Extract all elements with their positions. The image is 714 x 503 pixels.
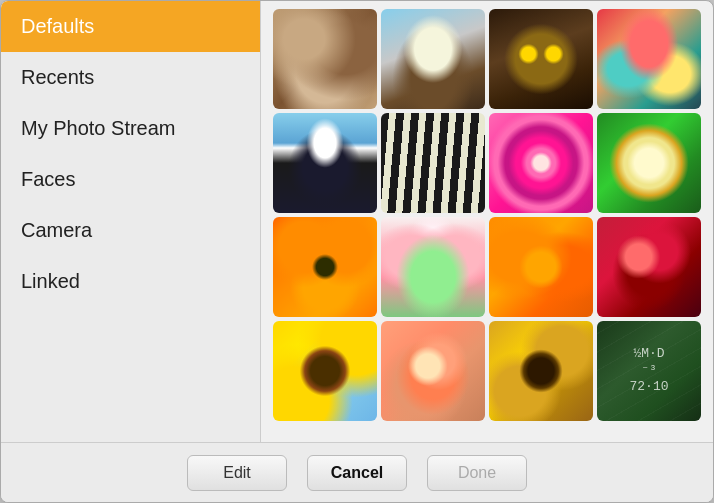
photo-thumbnail[interactable] [273,9,377,109]
photo-grid-container: ½M·D⁻³72·10 [261,1,713,442]
sidebar-item-my-photo-stream[interactable]: My Photo Stream [1,103,260,154]
sidebar-item-label: Recents [21,66,94,88]
photo-thumbnail[interactable] [273,321,377,421]
dialog-body: Defaults Recents My Photo Stream Faces C… [1,1,713,442]
sidebar-item-camera[interactable]: Camera [1,205,260,256]
photo-thumbnail[interactable] [489,9,593,109]
photo-thumbnail[interactable] [489,321,593,421]
edit-button[interactable]: Edit [187,455,287,491]
photo-thumbnail[interactable] [273,113,377,213]
photo-thumbnail[interactable] [597,9,701,109]
sidebar-item-recents[interactable]: Recents [1,52,260,103]
sidebar-item-faces[interactable]: Faces [1,154,260,205]
photo-thumbnail[interactable] [273,217,377,317]
sidebar-item-defaults[interactable]: Defaults [1,1,260,52]
photo-thumbnail[interactable] [381,217,485,317]
dialog-footer: Edit Cancel Done [1,442,713,502]
photo-thumbnail[interactable] [597,113,701,213]
dialog: Defaults Recents My Photo Stream Faces C… [0,0,714,503]
photo-thumbnail[interactable] [381,9,485,109]
photo-thumbnail[interactable] [489,113,593,213]
done-button[interactable]: Done [427,455,527,491]
sidebar: Defaults Recents My Photo Stream Faces C… [1,1,261,442]
photo-thumbnail[interactable] [597,217,701,317]
photo-grid: ½M·D⁻³72·10 [273,9,701,421]
photo-thumbnail[interactable] [489,217,593,317]
photo-thumbnail[interactable] [381,113,485,213]
cancel-button[interactable]: Cancel [307,455,407,491]
sidebar-item-label: My Photo Stream [21,117,176,139]
sidebar-item-label: Linked [21,270,80,292]
sidebar-item-label: Camera [21,219,92,241]
photo-thumbnail[interactable] [381,321,485,421]
photo-thumbnail[interactable]: ½M·D⁻³72·10 [597,321,701,421]
sidebar-item-linked[interactable]: Linked [1,256,260,307]
sidebar-item-label: Faces [21,168,75,190]
sidebar-item-label: Defaults [21,15,94,37]
